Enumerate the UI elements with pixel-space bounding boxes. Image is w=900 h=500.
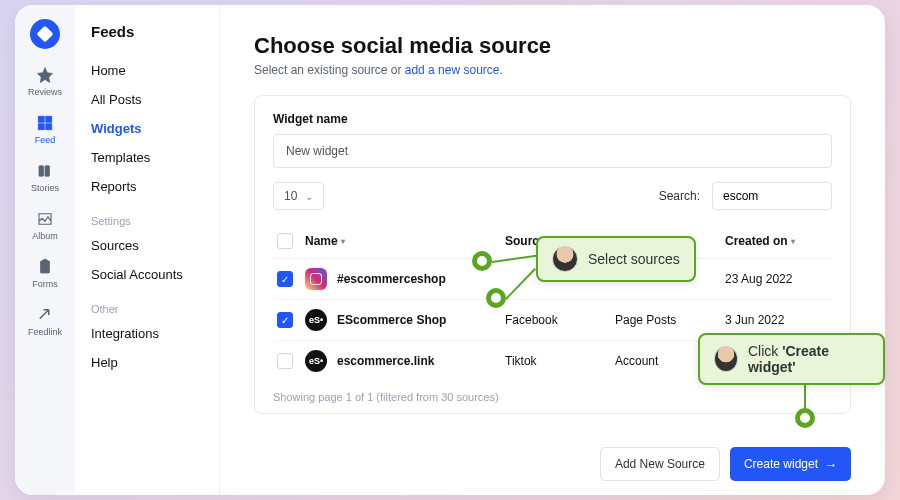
rail-label: Forms — [32, 279, 58, 289]
main-content: Choose social media source Select an exi… — [220, 5, 885, 495]
row-created: 23 Aug 2022 — [725, 272, 825, 286]
svg-rect-4 — [39, 166, 44, 177]
rail-feed[interactable]: Feed — [35, 113, 56, 145]
rail-album[interactable]: Album — [32, 209, 58, 241]
tour-callout-create: Click 'Create widget' — [698, 333, 885, 385]
sidebar-item-widgets[interactable]: Widgets — [91, 114, 203, 143]
table-footer-info: Showing page 1 of 1 (filtered from 30 so… — [273, 391, 832, 403]
link-icon — [35, 305, 55, 325]
instagram-icon — [305, 268, 327, 290]
avatar-icon — [714, 346, 738, 372]
sidebar-item-sources[interactable]: Sources — [91, 231, 203, 260]
app-logo[interactable] — [24, 13, 66, 55]
svg-rect-1 — [46, 116, 52, 122]
sidebar: Feeds Home All Posts Widgets Templates R… — [75, 5, 220, 495]
tour-highlight-ring — [486, 288, 506, 308]
footer-actions: Add New Source Create widget→ — [600, 447, 851, 481]
star-icon — [35, 65, 55, 85]
rail-label: Feedlink — [28, 327, 62, 337]
row-checkbox[interactable] — [277, 312, 293, 328]
table-controls: 10 ⌄ Search: — [273, 182, 832, 210]
select-all-checkbox[interactable] — [277, 233, 293, 249]
sidebar-item-templates[interactable]: Templates — [91, 143, 203, 172]
page-title: Choose social media source — [254, 33, 851, 59]
create-widget-button[interactable]: Create widget→ — [730, 447, 851, 481]
rail-reviews[interactable]: Reviews — [28, 65, 62, 97]
widget-name-input[interactable] — [273, 134, 832, 168]
svg-rect-7 — [43, 260, 48, 263]
sort-icon: ▾ — [791, 237, 795, 246]
row-checkbox[interactable] — [277, 271, 293, 287]
subtitle-text: Select an existing source or — [254, 63, 405, 77]
tour-highlight-ring — [795, 408, 815, 428]
app-window: Reviews Feed Stories Album Forms Feedlin… — [15, 5, 885, 495]
grid-icon — [35, 113, 55, 133]
row-source: Tiktok — [505, 354, 615, 368]
widget-name-label: Widget name — [273, 112, 832, 126]
row-name-cell: #escommerceshop — [305, 268, 505, 290]
page-size-value: 10 — [284, 189, 297, 203]
stories-icon — [35, 161, 55, 181]
callout-text: Click 'Create widget' — [748, 343, 869, 375]
row-checkbox[interactable] — [277, 353, 293, 369]
tour-highlight-ring — [472, 251, 492, 271]
avatar-icon — [552, 246, 578, 272]
page-size-select[interactable]: 10 ⌄ — [273, 182, 324, 210]
svg-rect-2 — [38, 124, 44, 130]
search-label: Search: — [659, 189, 700, 203]
rail-feedlink[interactable]: Feedlink — [28, 305, 62, 337]
row-name-cell: eS• escommerce.link — [305, 350, 505, 372]
sidebar-item-home[interactable]: Home — [91, 56, 203, 85]
sidebar-heading-settings: Settings — [91, 215, 203, 227]
row-type: Page Posts — [615, 313, 725, 327]
add-source-button[interactable]: Add New Source — [600, 447, 720, 481]
svg-rect-3 — [46, 124, 52, 130]
sidebar-item-integrations[interactable]: Integrations — [91, 319, 203, 348]
clipboard-icon — [35, 257, 55, 277]
col-created[interactable]: Created on▾ — [725, 234, 825, 248]
callout-text: Select sources — [588, 251, 680, 267]
sidebar-item-reports[interactable]: Reports — [91, 172, 203, 201]
rail-label: Reviews — [28, 87, 62, 97]
sidebar-item-allposts[interactable]: All Posts — [91, 85, 203, 114]
page-subtitle: Select an existing source or add a new s… — [254, 63, 851, 77]
search-input[interactable] — [712, 182, 832, 210]
row-name-cell: eS• EScommerce Shop — [305, 309, 505, 331]
tour-callout-select: Select sources — [536, 236, 696, 282]
sort-icon: ▾ — [341, 237, 345, 246]
row-created: 3 Jun 2022 — [725, 313, 825, 327]
row-name: #escommerceshop — [337, 272, 446, 286]
sidebar-heading-other: Other — [91, 303, 203, 315]
row-source: Facebook — [505, 313, 615, 327]
image-icon — [35, 209, 55, 229]
row-name: escommerce.link — [337, 354, 434, 368]
sidebar-item-social[interactable]: Social Accounts — [91, 260, 203, 289]
svg-rect-0 — [38, 116, 44, 122]
sidebar-title: Feeds — [91, 23, 203, 40]
sidebar-item-help[interactable]: Help — [91, 348, 203, 377]
rail-forms[interactable]: Forms — [32, 257, 58, 289]
source-icon: eS• — [305, 350, 327, 372]
rail-label: Stories — [31, 183, 59, 193]
left-rail: Reviews Feed Stories Album Forms Feedlin… — [15, 5, 75, 495]
col-name[interactable]: Name▾ — [305, 234, 505, 248]
source-icon: eS• — [305, 309, 327, 331]
svg-rect-5 — [45, 166, 50, 177]
arrow-right-icon: → — [824, 457, 837, 472]
rail-label: Feed — [35, 135, 56, 145]
chevron-down-icon: ⌄ — [305, 191, 313, 202]
rail-label: Album — [32, 231, 58, 241]
add-source-link[interactable]: add a new source — [405, 63, 500, 77]
rail-stories[interactable]: Stories — [31, 161, 59, 193]
row-name: EScommerce Shop — [337, 313, 446, 327]
